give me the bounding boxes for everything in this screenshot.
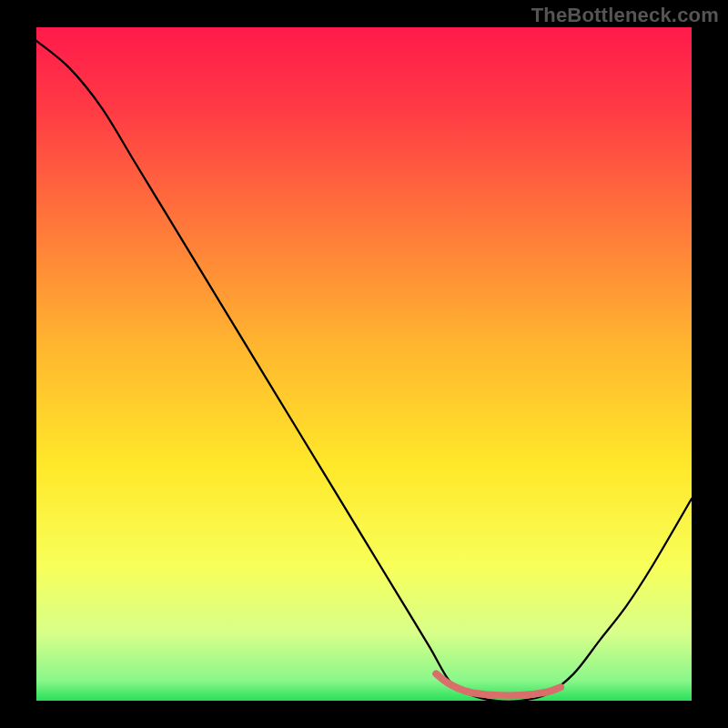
chart-container: TheBottleneck.com xyxy=(0,0,728,728)
plot-area xyxy=(36,27,692,701)
watermark-text: TheBottleneck.com xyxy=(531,4,719,27)
bottleneck-chart xyxy=(0,0,728,728)
